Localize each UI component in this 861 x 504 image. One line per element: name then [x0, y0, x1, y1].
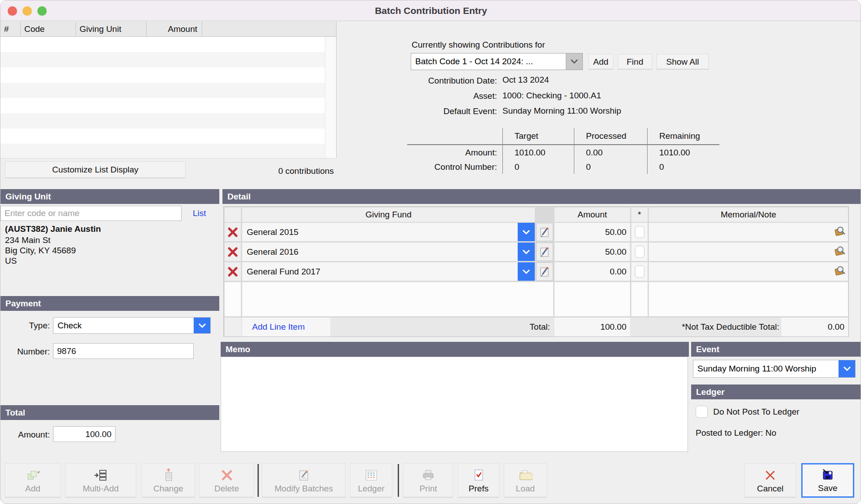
change-icon: [162, 467, 175, 483]
memorial-note-input[interactable]: [649, 262, 848, 281]
summary-amount-label: Amount:: [407, 145, 502, 160]
ledger-button[interactable]: Ledger: [350, 463, 392, 498]
print-icon: [422, 467, 435, 483]
edit-fund-icon[interactable]: [536, 243, 553, 261]
giving-unit-list-link[interactable]: List: [193, 208, 206, 218]
add-line-item-link[interactable]: Add Line Item: [252, 322, 305, 332]
not-tax-deductible-checkbox[interactable]: [635, 226, 644, 238]
payment-number-label: Number:: [0, 347, 50, 357]
contribution-list-header: # Code Giving Unit Amount: [0, 22, 337, 37]
fund-value: General Fund 2017: [247, 267, 320, 277]
memorial-note-input[interactable]: [649, 223, 848, 241]
save-button[interactable]: Save: [801, 463, 854, 498]
fund-select[interactable]: General 2016: [242, 243, 535, 261]
amount-input[interactable]: 0.00: [555, 262, 630, 281]
contribution-date-label: Contribution Date:: [396, 76, 497, 86]
posted-to-ledger-text: Posted to Ledger: No: [696, 428, 777, 438]
print-button[interactable]: Print: [403, 463, 453, 498]
title-bar: Batch Contribution Entry: [0, 0, 861, 21]
window-title: Batch Contribution Entry: [0, 0, 861, 21]
chevron-down-icon[interactable]: [518, 262, 535, 281]
prefs-icon: [472, 467, 485, 483]
summary-amount-target: 1010.00: [502, 145, 574, 160]
ledger-icon: [364, 467, 378, 483]
fund-value: General 2016: [247, 247, 298, 257]
memorial-search-icon[interactable]: [834, 245, 845, 259]
not-tax-deductible-cell: [631, 223, 648, 241]
summary-control-target: 0: [502, 160, 574, 174]
memorial-note-input[interactable]: [649, 243, 848, 261]
event-value: Sunday Morning 11:00 Worship: [693, 364, 839, 374]
fund-select[interactable]: General 2015: [242, 223, 535, 241]
giving-unit-search-input[interactable]: [0, 206, 182, 221]
modify-batches-button[interactable]: Modify Batches: [262, 463, 346, 498]
column-number[interactable]: #: [0, 22, 21, 37]
amount-input[interactable]: 50.00: [555, 243, 630, 261]
detail-table: Giving Fund Amount * Memorial/Note Gener…: [223, 206, 849, 337]
save-icon: [821, 467, 834, 483]
payment-type-label: Type:: [0, 321, 50, 331]
default-event-value: Sunday Morning 11:00 Worship: [502, 106, 621, 116]
detail-total-value: 100.00: [555, 318, 630, 336]
edit-fund-icon[interactable]: [536, 223, 553, 241]
delete-row-icon[interactable]: [225, 223, 241, 241]
edit-fund-icon[interactable]: [536, 262, 553, 281]
amount-input[interactable]: 50.00: [555, 223, 630, 241]
batch-summary-table: Target Processed Remaining Amount: 1010.…: [407, 128, 719, 174]
change-button[interactable]: Change: [142, 463, 195, 498]
not-tax-deductible-cell: [631, 262, 648, 281]
prefs-button[interactable]: Prefs: [458, 463, 499, 498]
asset-value: 1000: Checking - 1000.A1: [502, 91, 601, 101]
add-button[interactable]: Add: [5, 463, 61, 498]
payment-type-select[interactable]: Check: [53, 317, 211, 334]
summary-amount-processed: 0.00: [574, 145, 647, 160]
detail-star-column: *: [631, 208, 648, 222]
fund-select[interactable]: General Fund 2017: [242, 262, 535, 281]
detail-amount-column: Amount: [555, 208, 630, 222]
contribution-count: 0 contributions: [252, 163, 360, 179]
chevron-down-icon[interactable]: [518, 223, 535, 241]
default-event-label: Default Event:: [396, 106, 497, 116]
batch-add-button[interactable]: Add: [588, 54, 613, 70]
chevron-down-icon[interactable]: [518, 243, 535, 261]
not-tax-deductible-checkbox[interactable]: [635, 246, 644, 258]
memo-textarea[interactable]: [221, 357, 688, 452]
column-code[interactable]: Code: [21, 22, 76, 37]
payment-type-value: Check: [53, 321, 194, 331]
event-header: Event: [691, 342, 861, 357]
toolbar-separator: [257, 464, 259, 497]
load-button[interactable]: Load: [504, 463, 547, 498]
summary-col-processed: Processed: [574, 128, 647, 145]
not-tax-deductible-checkbox[interactable]: [635, 265, 644, 278]
do-not-post-checkbox[interactable]: [696, 406, 708, 418]
delete-row-icon[interactable]: [225, 262, 241, 281]
batch-select[interactable]: Batch Code 1 - Oct 14 2024: ...: [411, 53, 583, 70]
ntd-total-value: 0.00: [781, 318, 848, 336]
giving-unit-address2: Big City, KY 45689: [5, 246, 76, 256]
batch-find-button[interactable]: Find: [618, 54, 652, 70]
memorial-search-icon[interactable]: [834, 225, 845, 239]
giving-unit-address1: 234 Main St: [5, 235, 50, 245]
ledger-header: Ledger: [691, 385, 861, 399]
delete-button[interactable]: Delete: [200, 463, 254, 498]
customize-list-display-button[interactable]: Customize List Display: [5, 161, 186, 178]
summary-col-remaining: Remaining: [647, 128, 719, 145]
contribution-date-value: Oct 13 2024: [502, 75, 549, 85]
detail-total-label: Total:: [475, 318, 553, 336]
payment-number-input[interactable]: [53, 343, 194, 359]
summary-control-label: Control Number:: [407, 160, 502, 174]
multi-add-button[interactable]: Multi-Add: [65, 463, 136, 498]
contribution-list-scrollbar[interactable]: [325, 37, 337, 159]
total-amount-input[interactable]: [53, 426, 115, 442]
column-giving-unit[interactable]: Giving Unit: [76, 22, 146, 37]
event-select[interactable]: Sunday Morning 11:00 Worship: [693, 360, 856, 378]
giving-unit-name: (AUST382) Janie Austin: [5, 224, 101, 234]
contribution-list-body[interactable]: [0, 37, 325, 159]
batch-show-all-button[interactable]: Show All: [657, 54, 709, 70]
column-amount[interactable]: Amount: [146, 22, 202, 37]
asset-label: Asset:: [396, 91, 497, 101]
delete-row-icon[interactable]: [225, 243, 241, 261]
cancel-button[interactable]: Cancel: [744, 463, 796, 498]
memorial-search-icon[interactable]: [834, 265, 845, 279]
ntd-total-label: *Not Tax Deductible Total:: [649, 318, 779, 336]
